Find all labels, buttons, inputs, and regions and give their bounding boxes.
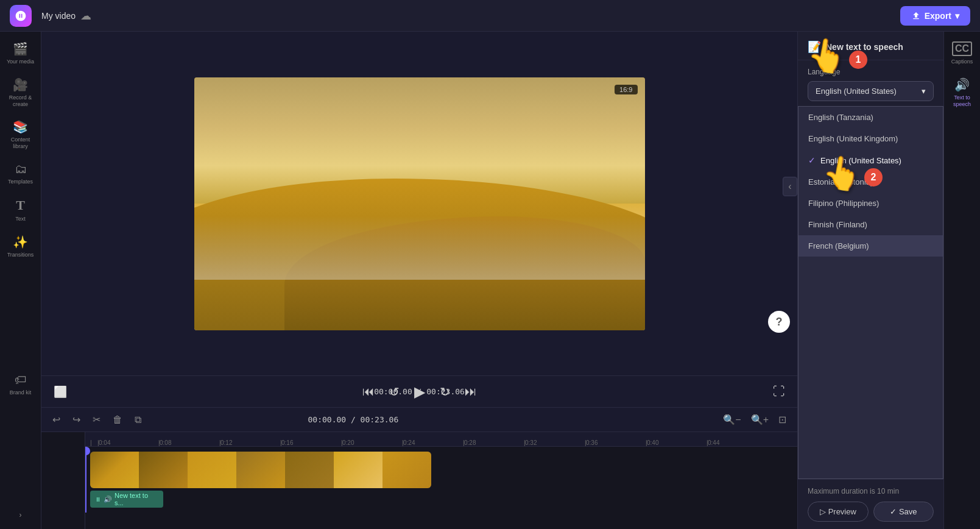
duplicate-button[interactable]: ⧉ [131,412,145,428]
fullscreen-button[interactable]: ⛶ [770,382,788,401]
language-label: Language [808,68,934,76]
track-thumb-6 [334,452,382,488]
redo-button[interactable]: ↪ [69,411,84,428]
tick-12: 0:12 [219,439,280,446]
language-select[interactable]: English (United States) ▾ [808,81,934,101]
right-panel-footer: Maximum duration is 10 min ▷ Preview ✓ S… [798,479,943,529]
video-title[interactable]: My video [41,11,76,21]
tick-20: 0:20 [341,439,402,446]
dropdown-item-english-tanzania[interactable]: English (Tanzania) [798,107,943,128]
sidebar-item-transitions[interactable]: ✨ Transitions [2,230,39,263]
video-track[interactable] [90,452,431,488]
canvas-area: 16:9 ? ‹ ⬜ ⏮ ↺ ▶ ↻ ⏭ 00:00.00 / 00:23.06… [41,32,797,529]
ruler-ticks: 0:04 0:08 0:12 0:16 0:20 0:24 0:28 0:32 … [90,432,792,446]
video-controls: ⬜ ⏮ ↺ ▶ ↻ ⏭ 00:00.00 / 00:23.06 ⛶ [41,375,797,407]
sidebar-item-content-library[interactable]: 📚 Content library [2,115,39,155]
zoom-out-button[interactable]: 🔍− [719,411,744,428]
panel-title: New text to speech [826,42,903,52]
fit-button[interactable]: ⊡ [775,411,790,428]
track-thumb-2 [139,452,188,488]
preview-button[interactable]: ▷ Preview [808,502,869,522]
library-icon: 📚 [13,119,28,134]
timeline-tracks: ⏸ 🔊 New text to s... [85,447,797,513]
panel-actions: ▷ Preview ✓ Save [808,502,934,522]
time-display: 00:00.00 / 00:23.06 [374,387,465,396]
audio-track-label: ⏸ 🔊 New text to s... [95,492,158,506]
track-thumb-7 [382,452,431,488]
zoom-controls: 🔍− 🔍+ ⊡ [719,411,790,428]
track-thumb-4 [236,452,285,488]
topbar: My video ☁ Export ▾ [0,0,980,32]
save-button[interactable]: ✓ Save [873,502,934,522]
tick-04: 0:04 [97,439,158,446]
media-icon: 🎬 [13,41,28,56]
right-panel: 📝 New text to speech Language English (U… [797,32,943,529]
track-thumb-1 [90,452,139,488]
help-button[interactable]: ? [768,311,790,333]
track-thumb-3 [188,452,236,488]
dropdown-item-estonian[interactable]: Estonian (Estonia) [798,171,943,193]
tts-header-icon: 📝 [808,40,821,54]
max-duration-text: Maximum duration is 10 min [808,487,934,495]
sidebar-collapse-button[interactable]: › [2,506,39,524]
brand-icon: 🏷 [15,373,27,387]
tick-40: 0:40 [646,439,707,446]
templates-icon: 🗂 [15,162,27,176]
far-right-panel: CC Captions 🔊 Text to speech [943,32,980,529]
desert-video [194,77,645,330]
collapse-panel-button[interactable]: ‹ [783,177,797,196]
text-icon: T [16,197,25,213]
check-icon: ✓ [808,155,816,165]
audio-icon: ⏸ [95,496,101,503]
export-button[interactable]: Export ▾ [900,6,970,26]
app-logo[interactable] [10,5,32,27]
language-dropdown-list[interactable]: English (Tanzania) English (United Kingd… [798,106,943,479]
timeline: ↩ ↪ ✂ 🗑 ⧉ 00:00.00 / 00:23.06 🔍− 🔍+ ⊡ [41,407,797,529]
track-thumbnails [90,452,431,488]
dropdown-item-english-us[interactable]: ✓ English (United States) [798,149,943,171]
tick-28: 0:28 [463,439,524,446]
sidebar-item-your-media[interactable]: 🎬 Your media [2,37,39,70]
tick-16: 0:16 [280,439,341,446]
far-right-text-to-speech[interactable]: 🔊 Text to speech [947,73,978,113]
zoom-in-button[interactable]: 🔍+ [747,411,772,428]
language-section: Language English (United States) ▾ [798,60,943,106]
main-layout: 🎬 Your media 🎥 Record & create 📚 Content… [0,32,980,529]
dropdown-item-english-uk[interactable]: English (United Kingdom) [798,128,943,149]
cloud-icon: ☁ [80,9,91,23]
timeline-toolbar: ↩ ↪ ✂ 🗑 ⧉ 00:00.00 / 00:23.06 🔍− 🔍+ ⊡ [41,408,797,432]
dropdown-item-french-belgium[interactable]: French (Belgium) [798,235,943,257]
sidebar: 🎬 Your media 🎥 Record & create 📚 Content… [0,32,41,529]
tick-32: 0:32 [524,439,585,446]
record-icon: 🎥 [13,77,28,92]
far-right-captions[interactable]: CC Captions [947,37,978,70]
timeline-content: 0:04 0:08 0:12 0:16 0:20 0:24 0:28 0:32 … [41,432,797,529]
audio-speaker-icon: 🔊 [104,495,112,503]
right-panel-header: 📝 New text to speech [798,32,943,60]
playhead-head [85,447,90,455]
sidebar-item-text[interactable]: T Text [2,193,39,227]
undo-button[interactable]: ↩ [49,411,64,428]
sidebar-item-brand[interactable]: 🏷 Brand kit [2,368,39,401]
timeline-time: 00:00.00 / 00:23.06 [308,415,399,424]
canvas-container: 16:9 ? ‹ [41,32,797,375]
timeline-right: 0:04 0:08 0:12 0:16 0:20 0:24 0:28 0:32 … [85,432,797,529]
aspect-ratio-badge: 16:9 [615,85,637,94]
timeline-left [41,432,85,529]
tick-36: 0:36 [585,439,646,446]
dropdown-item-finnish[interactable]: Finnish (Finland) [798,214,943,235]
tick-44: 0:44 [707,439,767,446]
video-preview: 16:9 [194,77,645,330]
audio-track[interactable]: ⏸ 🔊 New text to s... [90,491,163,508]
track-thumb-5 [285,452,334,488]
text-to-speech-icon: 🔊 [954,77,970,92]
cut-button[interactable]: ✂ [89,411,104,428]
dropdown-item-filipino[interactable]: Filipino (Philippines) [798,193,943,214]
sidebar-item-record[interactable]: 🎥 Record & create [2,73,39,113]
mask-button[interactable]: ⬜ [51,383,69,401]
transitions-icon: ✨ [13,235,28,249]
captions-icon: CC [952,41,972,56]
delete-button[interactable]: 🗑 [109,412,126,428]
playhead[interactable] [85,447,86,513]
sidebar-item-templates[interactable]: 🗂 Templates [2,157,39,190]
